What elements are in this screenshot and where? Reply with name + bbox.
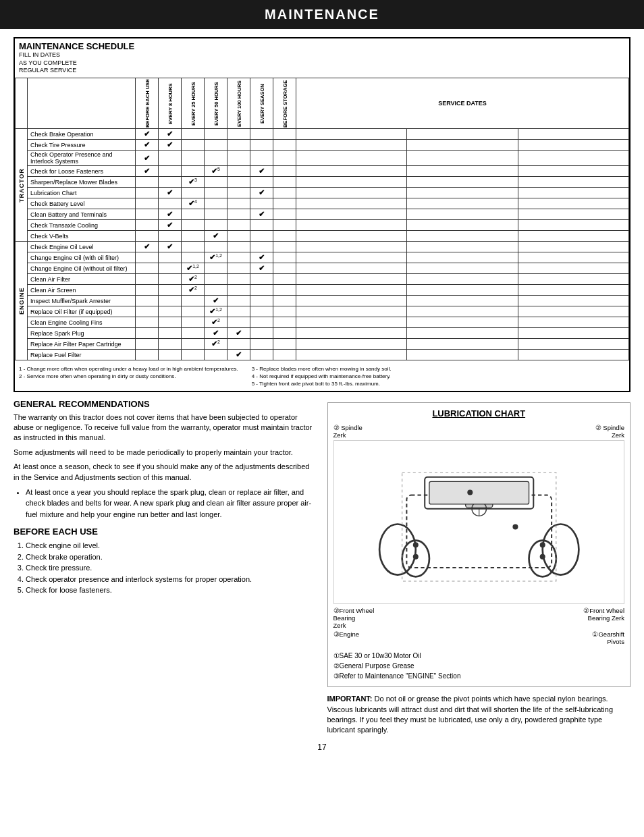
cell (296, 242, 407, 252)
lub-legend-item-3: ③Refer to Maintenance "ENGINE" Section (333, 671, 625, 681)
cell (205, 129, 227, 140)
cell (182, 220, 205, 231)
cell: ✔ (250, 263, 273, 274)
cell (182, 231, 205, 242)
cell (273, 263, 296, 274)
lub-legend-item-2: ②General Purpose Grease (333, 661, 625, 671)
cell (250, 198, 273, 209)
cell (136, 285, 159, 296)
task-v-belts: Check V-Belts (28, 231, 136, 242)
cell (296, 129, 407, 140)
lub-legend-item-1: ①SAE 30 or 10w30 Motor Oil (333, 651, 625, 661)
lub-legend: ①SAE 30 or 10w30 Motor Oil ②General Purp… (333, 651, 625, 681)
cell: ✔3 (182, 177, 205, 188)
col-every-8: EVERY 8 HOURS (159, 78, 182, 129)
cell (250, 317, 273, 328)
svg-point-13 (467, 489, 473, 495)
cell (518, 252, 628, 263)
right-column: Lubrication Chart ② SpindleZerk ② Spindl… (327, 399, 631, 736)
page-header: MAINTENANCE (0, 0, 644, 29)
cell (159, 285, 182, 296)
cell (296, 231, 407, 242)
footnotes-columns: 1 - Change more often when operating und… (19, 365, 625, 388)
cell (136, 328, 159, 339)
cell (273, 285, 296, 296)
cell (518, 328, 628, 339)
cell (227, 140, 250, 151)
cell (296, 263, 407, 274)
cell (250, 220, 273, 231)
cell (407, 252, 518, 263)
col-every-50: EVERY 50 HOURS (205, 78, 227, 129)
cell (205, 285, 227, 296)
col-before-each-use: BEFORE EACH USE (136, 78, 159, 129)
cell (296, 220, 407, 231)
before-use-item-3: Check tire pressure. (26, 562, 317, 574)
front-wheel-right-label: ②Front WheelBearing Zerk (583, 607, 624, 629)
two-column-section: General Recommendations The warranty on … (14, 399, 630, 736)
cell: ✔ (136, 151, 159, 166)
cell: ✔5 (205, 166, 227, 177)
cell (205, 220, 227, 231)
table-wrapper: BEFORE EACH USE EVERY 8 HOURS EVERY 25 H… (15, 78, 629, 360)
cell (159, 198, 182, 209)
cell (136, 177, 159, 188)
cell (227, 231, 250, 242)
footnote-2: 2 - Service more often when operating in… (19, 373, 238, 380)
col-before-storage: BEFORE STORAGE (273, 78, 296, 129)
cell (227, 242, 250, 252)
task-inspect-muffler: Inspect Muffler/Spark Arrester (28, 296, 136, 306)
cell (518, 242, 628, 252)
cell (273, 140, 296, 151)
cell (205, 209, 227, 220)
tractor-section-label: TRACTOR (16, 129, 28, 242)
cell: ✔ (159, 129, 182, 140)
cell: ✔1,2 (205, 306, 227, 317)
cell (227, 306, 250, 317)
cell (296, 339, 407, 350)
cell: ✔ (136, 140, 159, 151)
lub-diagram-container: ② SpindleZerk ② SpindleZerk (333, 424, 625, 646)
cell (136, 306, 159, 317)
cell (182, 350, 205, 360)
table-row: Replace Oil Filter (if equipped) ✔1,2 (16, 306, 629, 317)
task-clean-air-filter: Clean Air Filter (28, 274, 136, 285)
cell: ✔ (250, 209, 273, 220)
cell (136, 317, 159, 328)
before-each-use-list: Check engine oil level. Check brake oper… (26, 540, 317, 596)
cell (182, 166, 205, 177)
task-change-oil-no-filter: Change Engine Oil (without oil filter) (28, 263, 136, 274)
cell (407, 209, 518, 220)
cell (407, 296, 518, 306)
cell (407, 317, 518, 328)
cell: ✔ (136, 129, 159, 140)
cell (136, 252, 159, 263)
cell (136, 350, 159, 360)
cell (250, 296, 273, 306)
cell (518, 339, 628, 350)
task-change-oil-filter: Change Engine Oil (with oil filter) (28, 252, 136, 263)
task-lubrication: Lubrication Chart (28, 188, 136, 198)
cell (159, 306, 182, 317)
cell: ✔ (250, 188, 273, 198)
spindle-zerk-left-label: ② SpindleZerk (333, 424, 363, 439)
cell (296, 274, 407, 285)
table-row: Clean Air Screen ✔2 (16, 285, 629, 296)
cell (273, 339, 296, 350)
footnote-5: 5 - Tighten front axle pivot bolt to 35 … (252, 380, 392, 387)
front-wheel-left-label: ②Front WheelBearingZerk (333, 607, 375, 629)
maintenance-schedule: MAINTENANCE SCHEDULE FILL IN DATES AS YO… (14, 37, 630, 392)
cell (407, 140, 518, 151)
task-replace-fuel-filter: Replace Fuel Filter (28, 350, 136, 360)
engine-label: ③Engine (333, 630, 360, 645)
cell (250, 328, 273, 339)
cell (296, 188, 407, 198)
cell (136, 263, 159, 274)
footnote-4: 4 - Not required if equipped with mainte… (252, 373, 392, 380)
footnotes-right: 3 - Replace blades more often when mowin… (252, 365, 392, 388)
cell (518, 177, 628, 188)
task-clean-battery: Clean Battery and Terminals (28, 209, 136, 220)
cell (182, 151, 205, 166)
cell: ✔2 (205, 317, 227, 328)
cell (273, 274, 296, 285)
